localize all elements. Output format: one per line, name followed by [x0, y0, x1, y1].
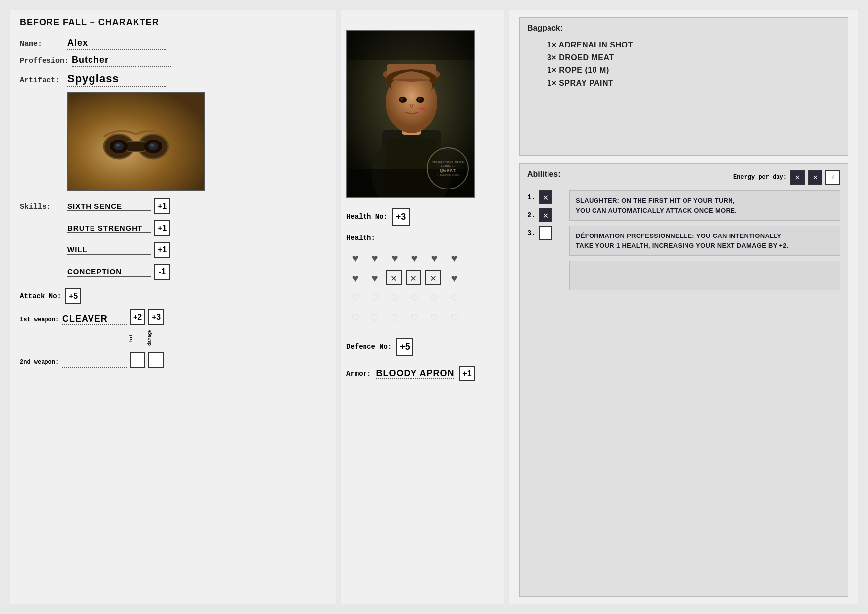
heart-4-1: ♡	[346, 309, 364, 327]
heart-2-6: ♥	[445, 270, 463, 287]
abilities-header: Abilities: Energy per day: ✕ ✕ ⚡	[527, 170, 840, 185]
heart-3-1: ♡	[346, 289, 364, 307]
energy-slot-1[interactable]: ✕	[790, 170, 805, 185]
weapon2-damage	[148, 352, 164, 368]
attack-no-label: Attack No:	[20, 292, 61, 300]
armor-label: Armor:	[346, 370, 371, 378]
ability-item-2: DÉFORMATION PROFESSIONNELLE: YOU CAN INT…	[569, 226, 840, 256]
artifact-image	[67, 92, 205, 191]
profession-label: Proffesion:	[20, 57, 69, 65]
levels-column: 1. ✕ 2. ✕ 3.	[527, 190, 562, 295]
heart-4-3: ♡	[386, 309, 404, 327]
skill-name-1: Brute Strenght	[67, 224, 151, 233]
armor-row: Armor: Bloody Apron +1	[346, 366, 500, 381]
skills-label: Skills:	[20, 203, 64, 211]
health-label: Health:	[346, 234, 375, 242]
svg-point-8	[150, 144, 154, 147]
level-row-3: 3.	[527, 226, 562, 240]
level-1-checkbox[interactable]: ✕	[539, 190, 552, 204]
energy-per-day: Energy per day: ✕ ✕ ⚡	[733, 170, 840, 185]
weapon2-name	[62, 367, 127, 368]
level-row-2: 2. ✕	[527, 208, 562, 222]
svg-point-20	[418, 98, 421, 101]
skill-row-3: Conception -1	[67, 264, 170, 280]
page-title: BEFORE FALL – charakter	[20, 17, 326, 28]
bagpack-title: Bagpack:	[527, 24, 840, 33]
energy-slot-2[interactable]: ✕	[808, 170, 822, 185]
portrait-background: Ministerstvo mitraSvobo... Qwest © cabar…	[347, 31, 474, 197]
bagpack-item-1: 3× Droed Meat	[547, 51, 840, 64]
heart-1-5: ♥	[425, 250, 443, 268]
level-2-checkbox[interactable]: ✕	[539, 208, 552, 222]
ability-text-2: DÉFORMATION PROFESSIONNELLE: YOU CAN INT…	[576, 231, 834, 250]
character-artifact: Spyglass	[67, 72, 166, 87]
weapon1-hit: +2	[130, 309, 145, 325]
armor-name: Bloody Apron	[376, 368, 454, 379]
weapon-damage-label: damage	[147, 328, 152, 348]
ability-text-1: SLAUGHTER: ON THE FIRST HIT OF YOUR TURN…	[576, 196, 834, 215]
abilities-text-block: SLAUGHTER: ON THE FIRST HIT OF YOUR TURN…	[569, 190, 840, 295]
weapon2-label: 2nd weapon:	[20, 359, 59, 368]
left-panel: BEFORE FALL – charakter Name: Alex Proff…	[10, 10, 336, 604]
heart-4-6: ♡	[445, 309, 463, 327]
heart-3-4: ♡	[406, 289, 423, 307]
level-1-number: 1.	[527, 193, 536, 201]
bagpack-section: Bagpack: 1× Adrenalin Shot 3× Droed Meat…	[519, 17, 848, 156]
level-row-1: 1. ✕	[527, 190, 562, 204]
heart-1-3: ♥	[386, 250, 404, 268]
heart-4-5: ♡	[425, 309, 443, 327]
heart-1-1: ♥	[346, 250, 364, 268]
ability-item-3	[569, 261, 840, 290]
heart-2-4: ✕	[406, 270, 421, 285]
skills-label-row: Skills: Sixth Sence +1 Brute Strenght +1…	[20, 198, 326, 283]
defence-no-label: Defence No:	[346, 343, 392, 351]
heart-1-2: ♥	[366, 250, 384, 268]
weapon1-name: Cleaver	[62, 314, 127, 325]
health-no-value: +3	[392, 208, 410, 226]
binoculars-icon	[99, 117, 173, 166]
heart-2-5: ✕	[425, 270, 441, 285]
right-panel: Bagpack: 1× Adrenalin Shot 3× Droed Meat…	[509, 10, 858, 604]
character-portrait: Ministerstvo mitraSvobo... Qwest © cabar…	[346, 30, 475, 198]
heart-4-4: ♡	[406, 309, 423, 327]
level-2-number: 2.	[527, 211, 536, 219]
defence-no-value: +5	[396, 338, 413, 356]
skill-modifier-2: +1	[154, 242, 170, 258]
skill-name-2: Will	[67, 245, 151, 255]
skill-row-1: Brute Strenght +1	[67, 220, 170, 236]
skill-name-0: Sixth Sence	[67, 202, 151, 211]
svg-point-19	[400, 98, 403, 101]
skill-row-2: Will +1	[67, 242, 170, 258]
skill-modifier-3: -1	[154, 264, 170, 280]
heart-3-6: ♡	[445, 289, 463, 307]
weapon1-label: 1st weapon:	[20, 316, 59, 325]
heart-1-4: ♥	[406, 250, 423, 268]
weapon2-hit	[130, 352, 145, 368]
weapon-section: 1st weapon: Cleaver +2 +3 hit damage	[20, 309, 326, 368]
artifact-label: Artifact:	[20, 76, 64, 85]
svg-rect-21	[347, 31, 475, 60]
ability-item-1: SLAUGHTER: ON THE FIRST HIT OF YOUR TURN…	[569, 190, 840, 221]
energy-per-day-label: Energy per day:	[733, 174, 787, 181]
portrait-stamp: Ministerstvo mitraSvobo... Qwest © cabar…	[427, 147, 469, 189]
armor-bonus: +1	[459, 366, 475, 381]
energy-slot-3[interactable]: ⚡	[825, 170, 840, 185]
weapon-hit-label: hit	[129, 328, 134, 348]
profession-field-row: Proffesion: Butcher	[20, 55, 326, 67]
heart-3-2: ♡	[366, 289, 384, 307]
skill-modifier-1: +1	[154, 220, 170, 236]
abilities-section: Abilities: Energy per day: ✕ ✕ ⚡ 1. ✕ 2	[519, 163, 848, 597]
attack-no-value: +5	[65, 288, 81, 304]
center-panel: Ministerstvo mitraSvobo... Qwest © cabar…	[341, 10, 504, 604]
bagpack-item-0: 1× Adrenalin Shot	[547, 39, 840, 51]
character-profession: Butcher	[72, 55, 171, 67]
heart-2-2: ♥	[366, 270, 384, 287]
weapon1-damage: +3	[148, 309, 164, 325]
abilities-content: 1. ✕ 2. ✕ 3. SLAUGHTER: ON THE FI	[527, 190, 840, 295]
level-3-number: 3.	[527, 229, 536, 237]
bagpack-item-2: 1× Rope (10 m)	[547, 64, 840, 77]
heart-2-3: ✕	[386, 270, 402, 285]
skills-section: Skills: Sixth Sence +1 Brute Strenght +1…	[20, 198, 326, 283]
level-3-checkbox[interactable]	[539, 226, 552, 240]
heart-3-3: ♡	[386, 289, 404, 307]
